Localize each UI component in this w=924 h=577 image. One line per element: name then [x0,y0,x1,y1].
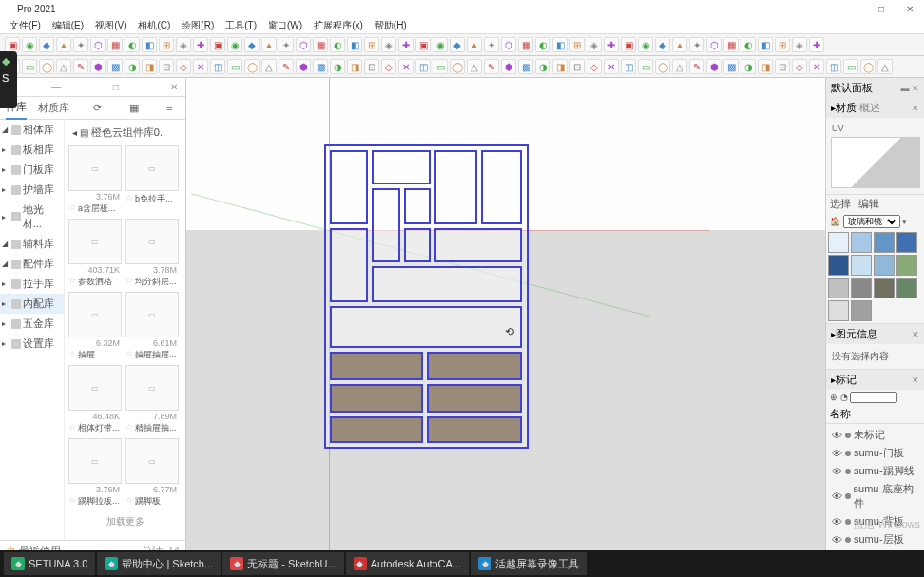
breadcrumb[interactable]: ◂ ▤ 橙色云组件库0. [68,124,182,142]
tool-r1-3[interactable]: ▲ [56,37,71,52]
tool-r1-17[interactable]: ⬡ [296,37,311,52]
taskbar-item-3[interactable]: ◆Autodesk AutoCA... [346,552,469,575]
tree-item-4[interactable]: ▸地光材... [0,200,64,234]
refresh-icon[interactable]: ⟳ [93,102,106,115]
tag-item-5[interactable]: 👁sumu-层板 [828,530,922,548]
tool-r2-37[interactable]: ▭ [638,59,653,74]
tool-r1-16[interactable]: ✦ [279,37,294,52]
tool-r2-41[interactable]: ⬢ [706,59,722,74]
tool-r2-44[interactable]: ◨ [758,59,773,74]
tool-r1-28[interactable]: ✦ [484,37,499,52]
menu-file[interactable]: 文件(F) [4,19,47,32]
tree-item-5[interactable]: ◢辅料库 [0,234,64,254]
tool-r2-43[interactable]: ◑ [741,59,756,74]
tool-r2-18[interactable]: ▩ [313,59,328,74]
tree-item-0[interactable]: ◢相体库 [0,120,64,140]
tool-r2-35[interactable]: ✕ [604,59,619,74]
load-more[interactable]: 加载更多 [68,508,182,536]
swatch-6[interactable] [874,255,895,276]
tool-r2-49[interactable]: ▭ [843,59,858,74]
library-item-4[interactable]: ▭6.32M☆抽屉 [68,292,122,361]
library-item-0[interactable]: ▭3.76M☆a含层板... [68,145,122,215]
menu-extensions[interactable]: 扩展程序(x) [308,19,369,32]
library-item-6[interactable]: ▭46.48K☆相体灯带... [68,365,122,434]
tool-r2-19[interactable]: ◑ [330,59,345,74]
tool-r2-11[interactable]: ✕ [193,59,208,74]
panel-maximize-icon[interactable]: □ [109,82,123,92]
tool-r2-39[interactable]: △ [672,59,687,74]
menu-draw[interactable]: 绘图(R) [176,19,220,32]
tool-r2-27[interactable]: △ [467,59,482,74]
tool-r2-22[interactable]: ◇ [381,59,396,74]
tool-r1-30[interactable]: ▦ [518,37,533,52]
tool-r1-34[interactable]: ◈ [587,37,602,52]
tool-r1-21[interactable]: ⊞ [364,37,379,52]
swatch-4[interactable] [828,255,849,276]
tool-r1-40[interactable]: ✦ [689,37,704,52]
library-item-1[interactable]: ▭☆b免拉手... [125,145,179,215]
tool-r2-25[interactable]: ▭ [433,59,448,74]
extension-sidebar[interactable]: ◆ S [0,51,17,108]
library-item-5[interactable]: ▭6.61M☆抽屉抽屉... [125,292,179,361]
entity-info-header[interactable]: ▸ 图元信息✕ [826,324,924,344]
tool-r2-31[interactable]: ◑ [535,59,550,74]
menu-window[interactable]: 窗口(W) [262,19,308,32]
swatch-1[interactable] [851,232,872,253]
tool-r1-2[interactable]: ◆ [39,37,54,52]
tool-r1-10[interactable]: ◈ [176,37,191,52]
tool-r1-43[interactable]: ◐ [741,37,756,52]
tree-item-1[interactable]: ▸板相库 [0,140,64,160]
tool-r1-38[interactable]: ◆ [655,37,670,52]
taskbar-item-4[interactable]: ◆活越屏幕录像工具 [471,552,587,575]
tool-r1-15[interactable]: ▲ [261,37,277,52]
tree-item-10[interactable]: ▸设置库 [0,334,64,354]
material-category-select[interactable]: 玻璃和镜子 [843,215,900,228]
tool-r2-50[interactable]: ◯ [860,59,876,74]
tag-item-0[interactable]: 👁未标记 [828,426,922,444]
tool-r1-18[interactable]: ▦ [313,37,328,52]
tool-r1-1[interactable]: ◉ [22,37,37,52]
panel-minimize-icon[interactable]: — [48,82,65,92]
tool-r2-5[interactable]: ⬢ [90,59,106,74]
tree-item-6[interactable]: ◢配件库 [0,254,64,274]
tool-r2-34[interactable]: ◇ [587,59,602,74]
tool-r2-29[interactable]: ⬢ [501,59,516,74]
tab-material-lib[interactable]: 材质库 [38,97,69,119]
tool-r2-1[interactable]: ▭ [22,59,37,74]
taskbar-item-2[interactable]: ◆无标题 - SketchU... [222,552,344,575]
tag-search-input[interactable] [850,392,897,403]
tool-r2-4[interactable]: ✎ [73,59,88,74]
cabinet-model[interactable] [324,144,529,449]
tool-r2-45[interactable]: ⊟ [775,59,790,74]
tag-item-1[interactable]: 👁sumu-门板 [828,444,922,462]
maximize-button[interactable]: □ [867,0,895,17]
ext-icon-2[interactable]: S [2,72,15,86]
swatch-13[interactable] [851,300,872,321]
tool-r1-12[interactable]: ▣ [210,37,225,52]
tool-r2-46[interactable]: ◇ [792,59,807,74]
tool-r2-47[interactable]: ✕ [809,59,824,74]
swatch-10[interactable] [874,278,895,298]
tool-r2-36[interactable]: ◫ [621,59,636,74]
tool-r2-51[interactable]: △ [877,59,893,74]
menu-view[interactable]: 视图(V) [89,19,132,32]
tool-r1-23[interactable]: ✚ [398,37,414,52]
library-item-3[interactable]: ▭3.78M☆均分斜层... [125,219,179,288]
tool-r2-24[interactable]: ◫ [415,59,431,74]
tags-header[interactable]: ▸ 标记✕ [826,370,924,390]
3d-viewport[interactable]: ⟲ [186,78,825,561]
tool-r1-5[interactable]: ⬡ [90,37,106,52]
panel-close-icon[interactable]: ✕ [166,82,182,92]
tag-item-3[interactable]: 👁sumu-底座构件 [828,480,922,512]
tool-r2-30[interactable]: ▩ [518,59,533,74]
swatch-0[interactable] [828,232,849,253]
tool-r2-21[interactable]: ⊟ [364,59,379,74]
material-preview[interactable] [831,137,920,188]
tool-r2-38[interactable]: ◯ [655,59,670,74]
tool-r2-6[interactable]: ▩ [107,59,123,74]
list-view-icon[interactable]: ≡ [166,102,180,115]
materials-header[interactable]: ▸ 材质 概述✕ [826,98,924,118]
tool-r1-11[interactable]: ✚ [193,37,208,52]
tool-r2-15[interactable]: △ [261,59,277,74]
tool-r1-19[interactable]: ◐ [330,37,345,52]
